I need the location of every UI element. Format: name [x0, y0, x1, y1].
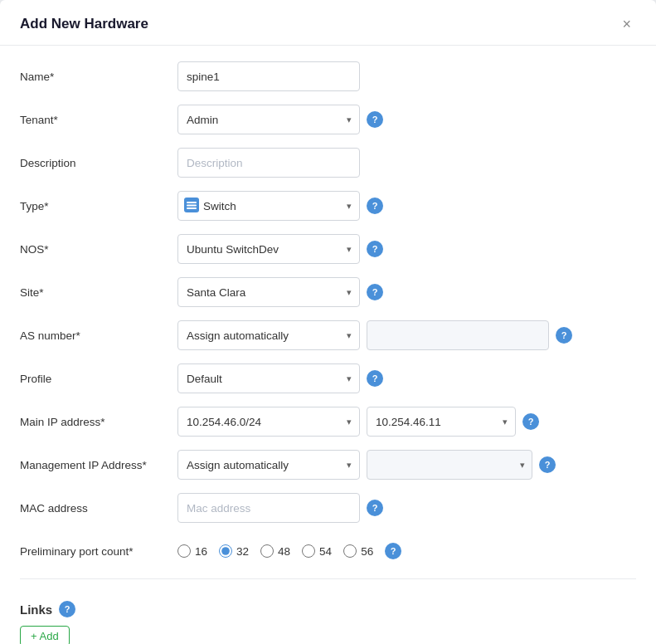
mgmt-secondary-chevron-icon: ▾: [520, 460, 525, 471]
type-controls: Switch Router ▾ ?: [177, 191, 636, 221]
port-54-option[interactable]: 54: [302, 544, 332, 558]
as-number-controls: Assign automatically Manual ▾ ?: [177, 320, 636, 350]
port-32-label: 32: [236, 545, 249, 558]
port-count-label: Preliminary port count*: [20, 545, 177, 558]
profile-label: Profile: [20, 373, 177, 385]
mac-help-button[interactable]: ?: [367, 500, 383, 516]
type-help-button[interactable]: ?: [367, 198, 383, 214]
port-16-option[interactable]: 16: [177, 544, 207, 558]
links-section: Links ? + Add Local port Remote port swp…: [20, 593, 636, 644]
type-select[interactable]: Switch Router: [177, 191, 360, 221]
profile-select-wrap: Default ▾: [177, 363, 360, 393]
mac-label: MAC address: [20, 502, 177, 515]
type-row: Type* Switch Router: [20, 190, 636, 222]
profile-help-button[interactable]: ?: [367, 370, 383, 387]
nos-row: NOS* Ubuntu SwitchDev ▾ ?: [20, 233, 636, 265]
as-number-secondary-input: [367, 320, 549, 350]
tenant-row: Tenant* Admin ▾ ?: [20, 104, 636, 135]
as-number-label: AS number*: [20, 329, 177, 342]
mac-row: MAC address ?: [20, 492, 636, 524]
add-hardware-modal: Add New Hardware × Name* Tenant* Admin ▾…: [0, 0, 656, 644]
main-ip-select[interactable]: 10.254.46.0/24: [177, 407, 360, 437]
profile-select[interactable]: Default: [177, 363, 360, 393]
main-ip-controls: 10.254.46.0/24 ▾ 10.254.46.11 ▾ ?: [177, 407, 636, 437]
description-row: Description: [20, 147, 636, 178]
mac-controls: ?: [177, 493, 636, 523]
tenant-select-wrap: Admin ▾: [177, 105, 360, 134]
close-button[interactable]: ×: [617, 15, 636, 33]
port-48-option[interactable]: 48: [260, 544, 290, 558]
mgmt-ip-row: Management IP Address* Assign automatica…: [20, 449, 636, 481]
main-ip2-select-wrap: 10.254.46.11 ▾: [367, 407, 516, 437]
main-ip-row: Main IP address* 10.254.46.0/24 ▾ 10.254…: [20, 406, 636, 437]
description-input[interactable]: [177, 148, 360, 178]
tenant-controls: Admin ▾ ?: [177, 105, 636, 134]
port-count-radio-group: 16 32 48 54: [177, 543, 401, 559]
mgmt-ip-select[interactable]: Assign automatically Manual: [177, 450, 360, 480]
port-count-controls: 16 32 48 54: [177, 543, 636, 559]
type-select-wrap: Switch Router ▾: [177, 191, 360, 221]
port-54-label: 54: [319, 545, 332, 558]
mgmt-ip-select-wrap: Assign automatically Manual ▾: [177, 450, 360, 480]
mgmt-ip-controls: Assign automatically Manual ▾ ▾ ?: [177, 450, 636, 480]
port-32-radio[interactable]: [219, 544, 232, 558]
tenant-label: Tenant*: [20, 114, 177, 126]
as-select-wrap: Assign automatically Manual ▾: [177, 320, 360, 350]
nos-label: NOS*: [20, 243, 177, 256]
as-help-button[interactable]: ?: [556, 327, 572, 344]
name-row: Name*: [20, 61, 636, 92]
as-number-row: AS number* Assign automatically Manual ▾…: [20, 320, 636, 351]
port-count-row: Preliminary port count* 16 32 48: [20, 535, 636, 567]
name-input[interactable]: [177, 61, 360, 91]
main-ip-select-wrap: 10.254.46.0/24 ▾: [177, 407, 360, 437]
mgmt-secondary-input: ▾: [367, 450, 532, 480]
name-label: Name*: [20, 71, 177, 83]
main-ip-help-button[interactable]: ?: [522, 413, 539, 430]
site-label: Site*: [20, 286, 177, 299]
site-controls: Santa Clara ▾ ?: [177, 277, 636, 307]
name-controls: [177, 61, 636, 91]
profile-controls: Default ▾ ?: [177, 363, 636, 393]
mgmt-ip-help-button[interactable]: ?: [539, 456, 556, 473]
port-48-radio[interactable]: [260, 544, 274, 558]
modal-header: Add New Hardware ×: [0, 0, 656, 46]
nos-select[interactable]: Ubuntu SwitchDev: [177, 234, 360, 264]
port-16-label: 16: [195, 545, 207, 558]
site-help-button[interactable]: ?: [367, 284, 383, 300]
links-title: Links: [20, 603, 52, 617]
modal-body: Name* Tenant* Admin ▾ ? Description: [0, 46, 656, 644]
port-48-label: 48: [278, 545, 290, 558]
tenant-select[interactable]: Admin: [177, 105, 360, 134]
port-56-option[interactable]: 56: [343, 544, 373, 558]
section-divider: [20, 578, 636, 579]
links-help-button[interactable]: ?: [59, 601, 75, 617]
description-controls: [177, 148, 636, 178]
mgmt-ip-label: Management IP Address*: [20, 459, 177, 471]
add-link-button[interactable]: + Add: [20, 626, 70, 644]
description-label: Description: [20, 157, 177, 169]
links-header: Links ?: [20, 601, 636, 617]
mac-input[interactable]: [177, 493, 360, 523]
port-help-button[interactable]: ?: [385, 543, 401, 559]
site-select-wrap: Santa Clara ▾: [177, 277, 360, 307]
type-label: Type*: [20, 200, 177, 212]
main-ip-label: Main IP address*: [20, 416, 177, 428]
mgmt-secondary-wrap: ▾: [367, 450, 532, 480]
as-select[interactable]: Assign automatically Manual: [177, 320, 360, 350]
port-32-option[interactable]: 32: [219, 544, 249, 558]
port-56-label: 56: [361, 545, 373, 558]
port-56-radio[interactable]: [343, 544, 357, 558]
main-ip2-select[interactable]: 10.254.46.11: [367, 407, 516, 437]
tenant-help-button[interactable]: ?: [367, 111, 383, 128]
site-select[interactable]: Santa Clara: [177, 277, 360, 307]
nos-help-button[interactable]: ?: [367, 241, 383, 257]
port-16-radio[interactable]: [177, 544, 191, 558]
port-54-radio[interactable]: [302, 544, 315, 558]
nos-controls: Ubuntu SwitchDev ▾ ?: [177, 234, 636, 264]
nos-select-wrap: Ubuntu SwitchDev ▾: [177, 234, 360, 264]
modal-title: Add New Hardware: [20, 16, 148, 32]
site-row: Site* Santa Clara ▾ ?: [20, 276, 636, 308]
profile-row: Profile Default ▾ ?: [20, 363, 636, 394]
